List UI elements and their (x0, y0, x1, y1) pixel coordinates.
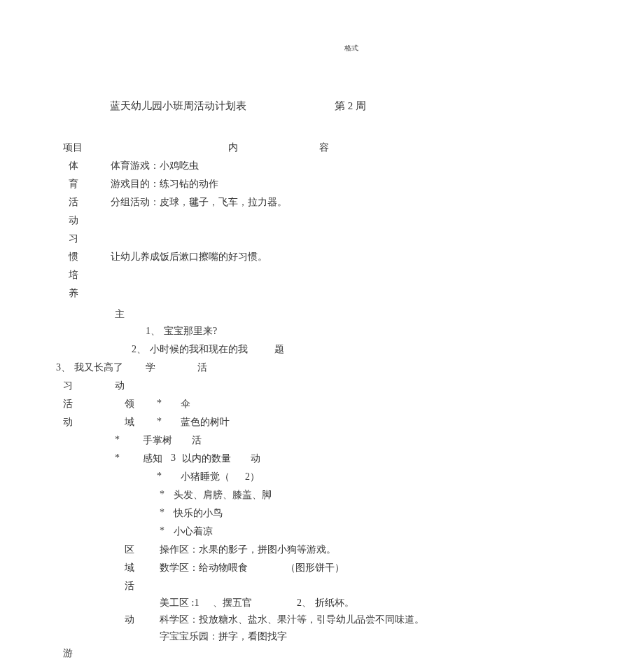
theme-item3-mid: 学 (146, 361, 155, 374)
zone-label-2: 域 (125, 562, 134, 574)
domain-item4-num: 3 (171, 452, 176, 464)
habit-label-4: 养 (69, 287, 78, 300)
pe-label-1: 体 (69, 160, 78, 172)
habit-label-3: 培 (69, 269, 78, 282)
zone-line3-d: 折纸杯。 (315, 597, 354, 609)
theme-item2-suffix: 题 (274, 343, 284, 356)
study-col-char3: 动 (63, 416, 73, 429)
zone-label-1: 区 (125, 544, 134, 556)
domain-item3: 手掌树 (143, 434, 172, 447)
zone-line1: 操作区：水果的影子，拼图小狗等游戏。 (160, 544, 336, 556)
pe-label-2: 育 (69, 178, 78, 191)
domain-item2: 蓝色的树叶 (181, 416, 230, 429)
pe-label-4: 动 (69, 214, 78, 227)
bullet-2: * (157, 416, 162, 427)
doc-title: 蓝天幼儿园小班周活动计划表 (110, 99, 246, 113)
theme-item3-num: 3、 (56, 361, 71, 374)
bullet-3: * (115, 434, 120, 445)
theme-item3-text: 我又长高了 (74, 361, 123, 374)
col-header-project: 项目 (63, 141, 83, 154)
habit-label-1: 习 (69, 233, 78, 245)
pe-line1: 体育游戏：小鸡吃虫 (111, 160, 199, 172)
zone-line3-b: 、摆五官 (213, 597, 252, 609)
zone-line2-b: （图形饼干） (286, 562, 344, 574)
format-label: 格式 (344, 43, 358, 53)
theme-item1-num: 1、 (146, 325, 160, 338)
col-header-content-right: 容 (319, 141, 329, 154)
theme-item2-text: 小时候的我和现在的我 (150, 343, 248, 356)
bullet-5: * (157, 471, 162, 482)
game-label: 游 (63, 647, 73, 660)
domain-label-2: 域 (125, 416, 134, 429)
habit-label-2: 惯 (69, 251, 78, 263)
zone-label-4: 动 (125, 614, 134, 626)
col-header-content-left: 内 (228, 141, 238, 154)
pe-line3: 分组活动：皮球，毽子，飞车，拉力器。 (111, 196, 287, 209)
domain-item5-pre: 小猪睡觉（ (181, 471, 230, 483)
domain-item7: 快乐的小鸟 (174, 507, 223, 520)
domain-item5-num: 2） (245, 471, 260, 483)
bullet-4: * (115, 452, 120, 464)
domain-item8: 小心着凉 (174, 525, 213, 538)
zone-line3-c: 2、 (297, 597, 312, 609)
zone-line4: 科学区：投放糖水、盐水、果汁等，引导幼儿品尝不同味道。 (160, 614, 424, 626)
theme-item1-text: 宝宝那里来? (164, 325, 217, 338)
bullet-1: * (157, 398, 162, 409)
week-label: 第 2 周 (335, 99, 366, 113)
bullet-8: * (160, 525, 164, 537)
domain-label-1: 领 (125, 398, 134, 410)
zone-line3-a: 美工区 :1 (160, 597, 199, 609)
bullet-6: * (160, 489, 164, 500)
zone-line2-a: 数学区：给动物喂食 (160, 562, 248, 574)
domain-suffix-2: 动 (251, 452, 260, 465)
zone-line5: 字宝宝乐园：拼字，看图找字 (160, 630, 287, 643)
study-col-char2: 活 (63, 398, 73, 410)
domain-item4-pre: 感知 (143, 452, 162, 465)
study-col-char1: 习 (63, 380, 73, 392)
zone-label-3: 活 (125, 580, 134, 593)
pe-line2: 游戏目的：练习钻的动作 (111, 178, 218, 191)
domain-item6: 头发、肩膀、膝盖、脚 (174, 489, 272, 502)
bullet-7: * (160, 507, 164, 518)
domain-item1: 伞 (181, 398, 190, 410)
theme-item2-num: 2、 (132, 343, 146, 356)
theme-item3-suffix: 活 (197, 361, 207, 374)
theme-label: 主 (115, 308, 125, 321)
study-col-char1-suffix: 动 (115, 380, 125, 392)
pe-label-3: 活 (69, 196, 78, 209)
domain-suffix-1: 活 (192, 434, 202, 447)
domain-item4-post: 以内的数量 (182, 452, 231, 465)
habit-content: 让幼儿养成饭后漱口擦嘴的好习惯。 (111, 251, 267, 263)
